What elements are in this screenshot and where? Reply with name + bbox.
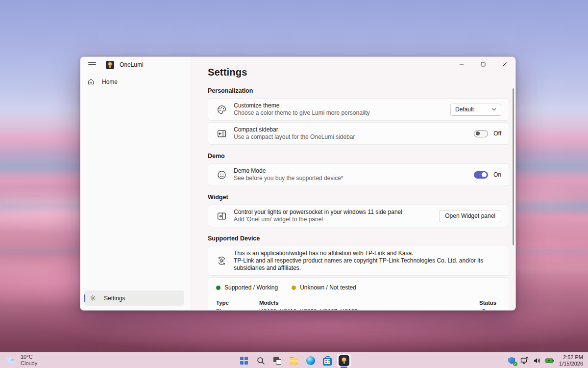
taskbar-center: [237, 354, 351, 368]
start-button[interactable]: [237, 354, 251, 368]
onelumi-window: OneLumi Home Settings: [80, 56, 516, 311]
app-title: OneLumi: [120, 61, 144, 68]
sidebar-item-settings[interactable]: Settings: [84, 290, 184, 306]
weather-temp: 10°C: [21, 354, 37, 360]
close-icon: [502, 62, 507, 67]
legend-item: Supported / Working: [216, 284, 278, 291]
weather-widget[interactable]: 10°C Cloudy: [5, 354, 37, 367]
microsoft-store-button[interactable]: [320, 354, 334, 368]
setting-description: Add 'OneLumi' widget to the panel: [234, 216, 433, 223]
compact-sidebar-icon: [216, 129, 227, 139]
app-identity: OneLumi: [106, 61, 144, 69]
legend-dot-supported: [216, 286, 220, 290]
supported-device-table-card: Supported / Working Unknown / Not tested…: [208, 277, 509, 310]
system-tray: ✓: [507, 353, 585, 368]
search-button[interactable]: [254, 354, 268, 368]
main-pane: Settings Personalization Customize theme…: [190, 57, 515, 310]
palette-icon: [216, 105, 227, 115]
gear-icon: [89, 294, 97, 302]
windows-logo-icon: [240, 357, 248, 365]
setting-description: Choose a color theme to give Lumi more p…: [234, 109, 444, 117]
setting-title: Control your lights or powersocket in yo…: [234, 209, 433, 216]
window-controls: [451, 57, 515, 72]
setting-card-compact-sidebar: Compact sidebar Use a compact layout for…: [208, 122, 509, 145]
hamburger-menu-icon[interactable]: [85, 59, 99, 71]
compact-sidebar-toggle-group: Off: [474, 130, 501, 137]
open-panel-icon: [216, 211, 227, 221]
column-header-type: Type: [216, 300, 259, 306]
sidebar-item-home[interactable]: Home: [82, 74, 188, 89]
minimize-button[interactable]: [451, 57, 472, 72]
battery-tray-button[interactable]: [545, 356, 554, 365]
store-icon: [323, 358, 332, 366]
setting-texts: Customize theme Choose a color theme to …: [234, 102, 444, 117]
section-header-supported-device: Supported Device: [208, 235, 509, 242]
sync-gear-icon: [216, 256, 227, 266]
clock-date: 1/15/2026: [559, 361, 583, 367]
demo-mode-toggle-group: On: [474, 171, 501, 179]
setting-title: Customize theme: [234, 102, 444, 109]
file-explorer-button[interactable]: [287, 354, 301, 368]
setting-texts: Demo Mode See before you buy the support…: [234, 167, 468, 182]
onelumi-app-icon: [106, 61, 114, 69]
clock-time: 2:52 PM: [559, 354, 583, 361]
task-view-icon: [273, 357, 281, 365]
maximize-icon: [481, 62, 486, 67]
cloud-icon: [5, 356, 17, 364]
smiley-icon: [216, 170, 227, 180]
legend-label: Supported / Working: [224, 284, 278, 291]
chevron-down-icon: [491, 108, 496, 111]
column-header-status: Status: [479, 300, 501, 306]
table-header-row: Type Models Status: [216, 298, 501, 307]
vertical-scrollbar[interactable]: [513, 88, 514, 245]
sidebar: OneLumi Home Settings: [80, 57, 190, 310]
compact-sidebar-toggle[interactable]: [474, 130, 488, 137]
clock[interactable]: 2:52 PM 1/15/2026: [558, 354, 585, 367]
cell-models: HS100, HS110, HS300, HS107, HS105: [259, 308, 479, 310]
speaker-icon: [533, 357, 541, 364]
status-legend: Supported / Working Unknown / Not tested: [216, 284, 501, 291]
legend-item: Unknown / Not tested: [292, 284, 356, 291]
sidebar-item-label: Settings: [104, 295, 125, 302]
theme-dropdown[interactable]: Default: [450, 104, 501, 116]
disclaimer-texts: This is an application/widget has no aff…: [234, 250, 501, 272]
theme-dropdown-value: Default: [455, 106, 474, 113]
setting-card-demo-mode: Demo Mode See before you buy the support…: [208, 163, 509, 186]
setting-card-widget-panel: Control your lights or powersocket in yo…: [208, 205, 509, 227]
status-dot: [482, 309, 486, 310]
cell-type: Plug: [216, 308, 259, 310]
section-header-personalization: Personalization: [208, 87, 509, 94]
disclaimer-line2: TP-Link and all respective product names…: [234, 257, 501, 272]
section-header-widget: Widget: [208, 194, 509, 201]
setting-title: Compact sidebar: [234, 126, 468, 133]
security-tray-button[interactable]: ✓: [507, 356, 516, 365]
task-view-button[interactable]: [270, 354, 284, 368]
desktop: OneLumi Home Settings: [0, 0, 588, 368]
edge-icon: [306, 356, 315, 365]
volume-tray-button[interactable]: [533, 356, 541, 365]
battery-charging-icon: [545, 358, 554, 364]
device-table: Type Models Status Plug HS100, HS110, HS…: [216, 298, 501, 310]
setting-texts: Control your lights or powersocket in yo…: [234, 209, 433, 223]
table-row: Plug HS100, HS110, HS300, HS107, HS105: [216, 307, 501, 311]
close-button[interactable]: [494, 57, 515, 72]
legend-dot-unknown: [292, 286, 296, 290]
network-tray-button[interactable]: [520, 356, 529, 365]
setting-texts: Compact sidebar Use a compact layout for…: [234, 126, 468, 141]
toggle-state-label: Off: [493, 130, 501, 137]
setting-description: See before you buy the supported device*: [234, 175, 468, 182]
setting-title: Demo Mode: [234, 167, 468, 175]
open-widget-panel-button[interactable]: Open Widget panel: [439, 210, 501, 222]
folder-icon: [290, 358, 298, 365]
setting-description: Use a compact layout for the OneLumi sid…: [234, 133, 468, 141]
column-header-models: Models: [259, 300, 479, 306]
sidebar-titlebar: OneLumi: [80, 57, 190, 73]
legend-label: Unknown / Not tested: [300, 284, 356, 291]
onelumi-taskbar-button[interactable]: [337, 354, 351, 368]
sidebar-item-label: Home: [102, 79, 118, 85]
edge-button[interactable]: [304, 354, 318, 368]
demo-mode-toggle[interactable]: [474, 171, 488, 179]
maximize-button[interactable]: [472, 57, 494, 72]
weather-condition: Cloudy: [21, 360, 37, 367]
taskbar: 10°C Cloudy: [0, 352, 588, 368]
